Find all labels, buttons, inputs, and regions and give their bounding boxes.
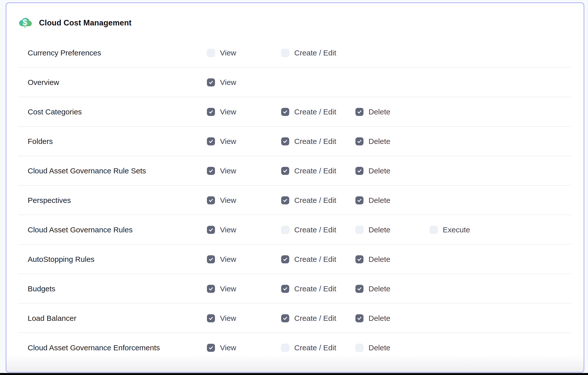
checkmark-icon — [357, 139, 362, 144]
permission-row: Load Balancer View Create / Edit Delete — [6, 303, 584, 333]
permission-toggle[interactable]: Create / Edit — [281, 285, 336, 293]
checkmark-icon — [357, 257, 362, 262]
permission-checkbox[interactable] — [355, 108, 363, 116]
permission-toggle[interactable]: View — [207, 226, 236, 234]
permission-toggle[interactable]: Delete — [355, 137, 390, 146]
permission-toggle[interactable]: Create / Edit — [281, 255, 336, 264]
permission-toggle[interactable]: Create / Edit — [281, 108, 336, 116]
permission-toggle[interactable]: View — [207, 108, 236, 116]
checkmark-icon — [208, 80, 213, 85]
permission-label: View — [220, 49, 236, 57]
permission-label: Create / Edit — [294, 108, 336, 116]
permission-checkbox[interactable] — [355, 285, 363, 293]
permission-checkbox[interactable] — [207, 255, 215, 263]
permission-row: Currency Preferences View Create / Edit — [6, 38, 584, 68]
permission-toggle[interactable]: View — [207, 167, 236, 175]
checkmark-icon — [208, 198, 213, 203]
checkmark-icon — [283, 139, 288, 144]
permission-toggle[interactable]: Create / Edit — [281, 314, 336, 323]
permission-label: View — [220, 167, 236, 175]
permission-toggle[interactable]: Create / Edit — [281, 196, 336, 205]
resource-label: Cloud Asset Governance Enforcements — [28, 343, 160, 352]
permission-row: Perspectives View Create / Edit Delete — [6, 185, 584, 215]
permission-checkbox[interactable] — [207, 226, 215, 234]
permission-checkbox[interactable] — [355, 167, 363, 175]
permission-label: Create / Edit — [294, 49, 336, 57]
permission-toggle[interactable]: Delete — [355, 226, 390, 234]
permission-toggle[interactable]: Delete — [355, 108, 390, 116]
permissions-table: Currency Preferences View Create / Edit … — [6, 38, 584, 362]
permission-checkbox[interactable] — [355, 344, 363, 352]
permission-toggle[interactable]: Delete — [355, 314, 390, 323]
permission-toggle[interactable]: Create / Edit — [281, 137, 336, 146]
permission-toggle[interactable]: View — [207, 285, 236, 293]
permission-checkbox[interactable] — [207, 344, 215, 352]
permission-label: Create / Edit — [294, 167, 336, 175]
permission-toggle[interactable]: Delete — [355, 167, 390, 175]
checkmark-icon — [208, 345, 213, 350]
permission-toggle[interactable]: View — [207, 78, 236, 87]
resource-label: Overview — [28, 78, 59, 87]
permission-toggle[interactable]: View — [207, 314, 236, 323]
permission-checkbox[interactable] — [355, 196, 363, 204]
permission-toggle[interactable]: Delete — [355, 255, 390, 264]
permission-label: Delete — [369, 255, 390, 264]
permission-toggle[interactable]: View — [207, 255, 236, 264]
permission-checkbox[interactable] — [355, 314, 363, 322]
permission-checkbox[interactable] — [207, 196, 215, 204]
permission-checkbox[interactable] — [281, 137, 289, 145]
permission-toggle[interactable]: View — [207, 196, 236, 205]
permission-checkbox[interactable] — [281, 226, 289, 234]
permission-toggle[interactable]: Create / Edit — [281, 343, 336, 352]
permission-toggle[interactable]: Execute — [430, 226, 470, 234]
permission-checkbox[interactable] — [281, 314, 289, 322]
permission-row: AutoStopping Rules View Create / Edit De… — [6, 244, 584, 274]
permission-checkbox[interactable] — [281, 196, 289, 204]
permission-checkbox[interactable] — [207, 49, 215, 57]
permission-checkbox[interactable] — [207, 285, 215, 293]
permission-label: View — [220, 108, 236, 116]
permission-checkbox[interactable] — [207, 78, 215, 86]
cloud-dollar-icon: $ — [17, 16, 32, 30]
permission-toggle[interactable]: Delete — [355, 196, 390, 205]
permission-checkbox[interactable] — [281, 49, 289, 57]
permission-row: Cloud Asset Governance Enforcements View… — [6, 333, 584, 362]
resource-label: Cloud Asset Governance Rules — [28, 226, 133, 234]
permission-toggle[interactable]: Create / Edit — [281, 167, 336, 175]
permission-checkbox[interactable] — [355, 226, 363, 234]
permission-toggle[interactable]: View — [207, 49, 236, 57]
resource-label: Perspectives — [28, 196, 71, 205]
permission-checkbox[interactable] — [355, 137, 363, 145]
resource-label: Currency Preferences — [28, 49, 101, 57]
checkmark-icon — [357, 316, 362, 321]
resource-label: Cost Categories — [28, 108, 82, 116]
permission-toggle[interactable]: Delete — [355, 343, 390, 352]
permission-toggle[interactable]: Create / Edit — [281, 226, 336, 234]
permission-checkbox[interactable] — [207, 167, 215, 175]
resource-label: Load Balancer — [28, 314, 76, 323]
permission-checkbox[interactable] — [281, 167, 289, 175]
permission-checkbox[interactable] — [281, 344, 289, 352]
permission-checkbox[interactable] — [355, 255, 363, 263]
permission-toggle[interactable]: Delete — [355, 285, 390, 293]
permission-label: Delete — [369, 108, 390, 116]
permission-checkbox[interactable] — [430, 226, 438, 234]
checkmark-icon — [283, 198, 288, 203]
permission-row: Cloud Asset Governance Rules View Create… — [6, 215, 584, 244]
permission-label: View — [220, 137, 236, 146]
permission-toggle[interactable]: Create / Edit — [281, 49, 336, 57]
checkmark-icon — [357, 286, 362, 291]
checkmark-icon — [283, 257, 288, 262]
permission-toggle[interactable]: View — [207, 137, 236, 146]
permission-checkbox[interactable] — [207, 314, 215, 322]
permission-checkbox[interactable] — [207, 108, 215, 116]
permission-checkbox[interactable] — [281, 285, 289, 293]
permission-toggle[interactable]: View — [207, 343, 236, 352]
permission-label: View — [220, 255, 236, 264]
permission-checkbox[interactable] — [281, 108, 289, 116]
permission-checkbox[interactable] — [207, 137, 215, 145]
checkmark-icon — [283, 286, 288, 291]
permission-checkbox[interactable] — [281, 255, 289, 263]
permission-label: Create / Edit — [294, 314, 336, 323]
checkmark-icon — [283, 109, 288, 114]
